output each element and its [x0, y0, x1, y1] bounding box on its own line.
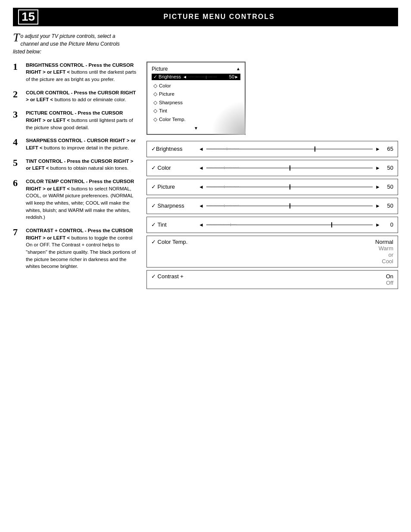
right-arrow-icon: ► [234, 75, 239, 79]
page-title: Picture Menu Controls [45, 13, 393, 21]
brightness-slider[interactable]: ◄ ················|········· ► [199, 146, 380, 152]
sharpness-right-arrow[interactable]: ► [375, 203, 380, 209]
color-value: 50 [380, 165, 393, 171]
sharpness-slider[interactable]: ◄ ··············|··········· ► [199, 203, 380, 209]
tint-value: 0 [380, 221, 393, 228]
instruction-5: 5 TINT CONTROL - Press the CURSOR RIGHT … [13, 158, 138, 172]
color-track: ··············|··········· [206, 168, 373, 168]
color-slider[interactable]: ◄ ··············|··········· ► [199, 165, 380, 171]
picture-control[interactable]: ✓ Picture ◄ ··············|··········· ►… [146, 179, 398, 195]
tint-thumb [331, 222, 332, 227]
instruction-number-6: 6 [13, 178, 23, 188]
sharpness-value: 50 [380, 202, 393, 209]
instruction-number-7: 7 [13, 227, 23, 237]
tv-brightness-row: ✓ Brightness ◄ ·············|······· 50 … [152, 74, 240, 80]
instruction-3: 3 PICTURE CONTROL - Press the CURSOR RIG… [13, 109, 138, 131]
brightness-left-arrow[interactable]: ◄ [199, 146, 204, 152]
tint-right-arrow[interactable]: ► [375, 222, 380, 228]
intro-text: T o adjust your TV picture controls, sel… [13, 32, 125, 56]
picture-right-arrow[interactable]: ► [375, 184, 380, 190]
picture-left-arrow[interactable]: ◄ [199, 184, 204, 190]
sharpness-left-arrow[interactable]: ◄ [199, 203, 204, 209]
tint-left-arrow[interactable]: ◄ [199, 222, 204, 228]
brightness-check: ✓ [151, 146, 156, 152]
controls-column: Picture ▲ ✓ Brightness ◄ ·············|·… [146, 62, 398, 292]
tv-arrow-down: ▼ [152, 126, 240, 131]
color-temp-normal[interactable]: Normal [199, 239, 393, 245]
instruction-4: 4 SHARPNESS CONTROL - CURSOR RIGHT > or … [13, 137, 138, 151]
tv-menu-sharpness: ◇Sharpness [153, 99, 240, 107]
tv-brightness-value: 50 [229, 74, 234, 79]
instruction-7: 7 CONTRAST + CONTROL - Press the CURSOR … [13, 227, 138, 270]
brightness-label: ✓ Brightness [151, 146, 199, 152]
tv-preview: Picture ▲ ✓ Brightness ◄ ·············|·… [146, 62, 246, 135]
color-control[interactable]: ✓ Color ◄ ··············|··········· ► 5… [146, 160, 398, 176]
dropcap: T [13, 32, 20, 43]
page: 15 Picture Menu Controls T o adjust your… [0, 0, 411, 532]
color-thumb [290, 165, 290, 171]
instruction-number-3: 3 [13, 109, 23, 119]
contrast-row: ✓ Contrast + On Off [151, 273, 393, 286]
instruction-number-1: 1 [13, 62, 23, 72]
instruction-2: 2 COLOR CONTROL - Press the CURSOR RIGHT… [13, 89, 138, 103]
sharpness-control[interactable]: ✓ Sharpness ◄ ··············|···········… [146, 198, 398, 214]
picture-track: ··············|··········· [206, 187, 373, 187]
brightness-right-arrow[interactable]: ► [375, 146, 380, 152]
picture-slider[interactable]: ◄ ··············|··········· ► [199, 184, 380, 190]
instructions-column: 1 BRIGHTNESS CONTROL - Press the CURSOR … [13, 62, 138, 292]
color-label: ✓ Color [151, 165, 199, 171]
color-temp-label: ✓ Color Temp. [151, 239, 199, 245]
instruction-number-2: 2 [13, 89, 23, 99]
instruction-1: 1 BRIGHTNESS CONTROL - Press the CURSOR … [13, 62, 138, 83]
color-temp-warm[interactable]: Warm [199, 245, 393, 252]
instruction-number-4: 4 [13, 137, 23, 147]
instruction-text-4: SHARPNESS CONTROL - CURSOR RIGHT > or LE… [26, 137, 138, 151]
sharpness-track: ··············|··········· [206, 205, 373, 206]
contrast-off[interactable]: Off [199, 280, 393, 286]
picture-label: ✓ Picture [151, 184, 199, 190]
color-temp-row: ✓ Color Temp. Normal Warm or Cool [151, 239, 393, 264]
contrast-control: ✓ Contrast + On Off [146, 270, 398, 289]
tv-slider-dots: ·············|······· [188, 75, 228, 79]
color-left-arrow[interactable]: ◄ [199, 165, 204, 171]
sharpness-thumb [290, 203, 290, 208]
tint-label: ✓ Tint [151, 221, 199, 228]
tv-menu-items: ◇Color ◇Picture ◇Sharpness ◇Tint ◇Color … [152, 82, 240, 124]
tv-menu-tint: ◇Tint [153, 107, 240, 115]
color-temp-or: or [199, 252, 393, 258]
tint-track: ···················|···· [206, 224, 373, 225]
tv-arrow-up: ▲ [236, 66, 240, 71]
instruction-text-6: COLOR TEMP CONTROL - Press the CURSOR RI… [26, 178, 138, 221]
instruction-text-1: BRIGHTNESS CONTROL - Press the CURSOR RI… [26, 62, 138, 83]
instruction-text-2: COLOR CONTROL - Press the CURSOR RIGHT >… [26, 89, 138, 103]
color-temp-control: ✓ Color Temp. Normal Warm or Cool [146, 236, 398, 268]
tv-header: Picture ▲ [152, 66, 240, 72]
picture-thumb [290, 184, 290, 190]
brightness-thumb [314, 146, 315, 152]
color-temp-cool[interactable]: Cool [199, 258, 393, 264]
tv-menu-color: ◇Color [153, 82, 240, 90]
contrast-options: On Off [199, 273, 393, 286]
brightness-value: 65 [380, 146, 393, 152]
brightness-dots: ················|········· [206, 147, 239, 150]
page-number: 15 [18, 9, 38, 25]
color-right-arrow[interactable]: ► [375, 165, 380, 171]
tv-brightness-label: ✓ Brightness [153, 74, 181, 80]
picture-value: 50 [380, 184, 393, 190]
tv-menu-colortemp: ◇Color Temp. [153, 115, 240, 124]
instruction-text-3: PICTURE CONTROL - Press the CURSOR RIGHT… [26, 109, 138, 131]
left-arrow-icon: ◄ [183, 75, 187, 79]
brightness-control[interactable]: ✓ Brightness ◄ ················|········… [146, 141, 398, 157]
intro-body: o adjust your TV picture controls, selec… [13, 33, 120, 55]
page-header: 15 Picture Menu Controls [13, 8, 398, 26]
tv-menu-picture: ◇Picture [153, 90, 240, 99]
instruction-6: 6 COLOR TEMP CONTROL - Press the CURSOR … [13, 178, 138, 221]
color-temp-options: Normal Warm or Cool [199, 239, 393, 264]
brightness-track: ················|········· [206, 149, 373, 149]
tint-slider[interactable]: ◄ ···················|···· ► [199, 222, 380, 228]
instruction-text-7: CONTRAST + CONTROL - Press the CURSOR RI… [26, 227, 138, 270]
contrast-on[interactable]: On [199, 273, 393, 280]
instruction-number-5: 5 [13, 158, 23, 168]
tv-picture-label: Picture [152, 66, 168, 72]
tint-control[interactable]: ✓ Tint ◄ ···················|···· ► 0 [146, 217, 398, 233]
